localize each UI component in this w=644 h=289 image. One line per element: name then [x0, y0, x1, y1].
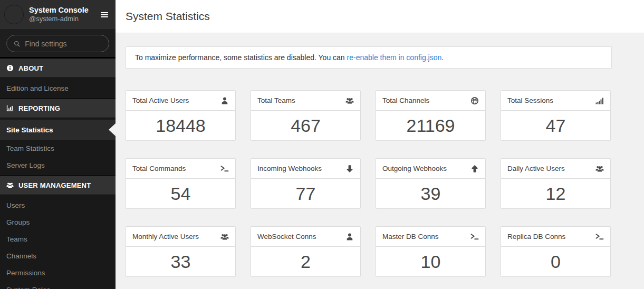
- config-json-link[interactable]: re-enable them in config.json: [347, 53, 442, 62]
- card-header: Outgoing Webhooks: [376, 159, 485, 179]
- sidebar-item-label: System Roles: [6, 286, 50, 289]
- sidebar-item-label: Permissions: [6, 269, 45, 277]
- search-input[interactable]: [25, 40, 103, 48]
- card-title: Total Commands: [132, 165, 186, 172]
- console-user-header: System Console @system-admin: [0, 0, 116, 29]
- card-title: Total Active Users: [132, 97, 189, 104]
- sidebar-item-label: Site Statistics: [6, 126, 53, 134]
- stat-card-replica-db-conns: Replica DB Conns 0: [501, 226, 611, 277]
- admin-username: @system-admin: [29, 15, 99, 24]
- user-meta: System Console @system-admin: [29, 5, 99, 24]
- bar-chart-icon: [6, 104, 14, 112]
- sidebar-item-label: Channels: [6, 252, 36, 260]
- section-header-reporting: REPORTING: [0, 98, 116, 118]
- card-title: Total Teams: [257, 97, 295, 104]
- page-title: System Statistics: [126, 10, 210, 23]
- section-label: REPORTING: [18, 104, 60, 112]
- content-area: To maximize performance, some statistics…: [116, 33, 644, 289]
- terminal-icon: [220, 165, 229, 173]
- sidebar-item-edition-and-license[interactable]: Edition and License: [0, 80, 116, 97]
- banner-text: To maximize performance, some statistics…: [135, 53, 444, 62]
- sidebar-item-label: Teams: [6, 235, 27, 243]
- card-header: Total Teams: [251, 91, 360, 111]
- card-value: 33: [126, 247, 235, 276]
- stat-card-websocket-conns: WebSocket Conns 2: [251, 226, 361, 277]
- sidebar-item-system-roles[interactable]: System Roles: [0, 281, 116, 289]
- sidebar-item-permissions[interactable]: Permissions: [0, 264, 116, 281]
- card-header: Replica DB Conns: [501, 227, 610, 247]
- sidebar-item-team-statistics[interactable]: Team Statistics: [0, 140, 116, 157]
- arrow-down-icon: [345, 165, 354, 173]
- card-header: Total Channels: [376, 91, 485, 111]
- card-value: 12: [501, 179, 610, 208]
- card-header: Total Commands: [126, 159, 235, 179]
- card-value: 0: [501, 247, 610, 276]
- sidebar-item-site-statistics[interactable]: Site Statistics: [0, 120, 116, 140]
- card-value: 467: [251, 111, 360, 140]
- card-title: Total Sessions: [507, 97, 553, 104]
- card-value: 39: [376, 179, 485, 208]
- card-title: Incoming Webhooks: [257, 165, 322, 172]
- card-header: Incoming Webhooks: [251, 159, 360, 179]
- hamburger-menu-icon[interactable]: [99, 11, 110, 19]
- info-circle-icon: [6, 64, 14, 72]
- stat-card-incoming-webhooks: Incoming Webhooks 77: [251, 158, 361, 209]
- user-icon: [345, 233, 354, 241]
- stat-card-total-teams: Total Teams 467: [251, 90, 361, 141]
- stat-card-master-db-conns: Master DB Conns 10: [376, 226, 486, 277]
- users-icon: [220, 233, 229, 241]
- card-value: 47: [501, 111, 610, 140]
- sidebar-item-users[interactable]: Users: [0, 197, 116, 214]
- stat-card-total-commands: Total Commands 54: [126, 158, 236, 209]
- signal-bars-icon: [595, 97, 604, 105]
- sidebar-nav: ABOUT Edition and License REPORTING Site…: [0, 58, 116, 289]
- globe-icon: [470, 97, 479, 105]
- stat-card-monthly-active-users: Monthly Active Users 33: [126, 226, 236, 277]
- card-header: Daily Active Users: [501, 159, 610, 179]
- sidebar-item-label: Server Logs: [6, 161, 45, 169]
- card-title: Monthly Active Users: [132, 233, 199, 240]
- console-title: System Console: [29, 5, 99, 15]
- card-value: 10: [376, 247, 485, 276]
- card-header: WebSocket Conns: [251, 227, 360, 247]
- section-label: USER MANAGEMENT: [18, 181, 91, 189]
- search-box[interactable]: [6, 35, 109, 52]
- arrow-up-icon: [470, 165, 479, 173]
- avatar: [4, 5, 24, 24]
- card-title: Outgoing Webhooks: [382, 165, 447, 172]
- sidebar-item-channels[interactable]: Channels: [0, 247, 116, 264]
- section-label: ABOUT: [18, 64, 43, 72]
- section-items-reporting: Site Statistics Team Statistics Server L…: [0, 118, 116, 175]
- sidebar-item-label: Groups: [6, 218, 30, 226]
- card-header: Master DB Conns: [376, 227, 485, 247]
- section-items-user-management: Users Groups Teams Channels Permissions …: [0, 195, 116, 289]
- section-header-about: ABOUT: [0, 58, 116, 78]
- stats-grid: Total Active Users 18448 Total Teams 467…: [126, 90, 612, 277]
- sidebar-item-label: Team Statistics: [6, 144, 54, 152]
- statistics-disabled-banner: To maximize performance, some statistics…: [126, 46, 612, 69]
- stat-card-total-active-users: Total Active Users 18448: [126, 90, 236, 141]
- stat-card-daily-active-users: Daily Active Users 12: [501, 158, 611, 209]
- card-value: 54: [126, 179, 235, 208]
- sidebar-item-teams[interactable]: Teams: [0, 230, 116, 247]
- users-icon: [595, 165, 604, 173]
- stat-card-total-channels: Total Channels 21169: [376, 90, 486, 141]
- terminal-icon: [595, 233, 604, 241]
- sidebar-item-groups[interactable]: Groups: [0, 214, 116, 230]
- card-header: Total Active Users: [126, 91, 235, 111]
- sidebar-item-server-logs[interactable]: Server Logs: [0, 157, 116, 174]
- card-title: Replica DB Conns: [507, 233, 565, 240]
- card-value: 21169: [376, 111, 485, 140]
- card-title: Total Channels: [382, 97, 429, 104]
- card-value: 77: [251, 179, 360, 208]
- card-title: WebSocket Conns: [257, 233, 316, 240]
- users-icon: [6, 181, 14, 189]
- card-value: 2: [251, 247, 360, 276]
- users-icon: [345, 97, 354, 105]
- card-header: Monthly Active Users: [126, 227, 235, 247]
- card-title: Master DB Conns: [382, 233, 439, 240]
- stat-card-total-sessions: Total Sessions 47: [501, 90, 611, 141]
- terminal-icon: [470, 233, 479, 241]
- sidebar-item-label: Edition and License: [6, 84, 69, 92]
- section-items-about: Edition and License: [0, 78, 116, 98]
